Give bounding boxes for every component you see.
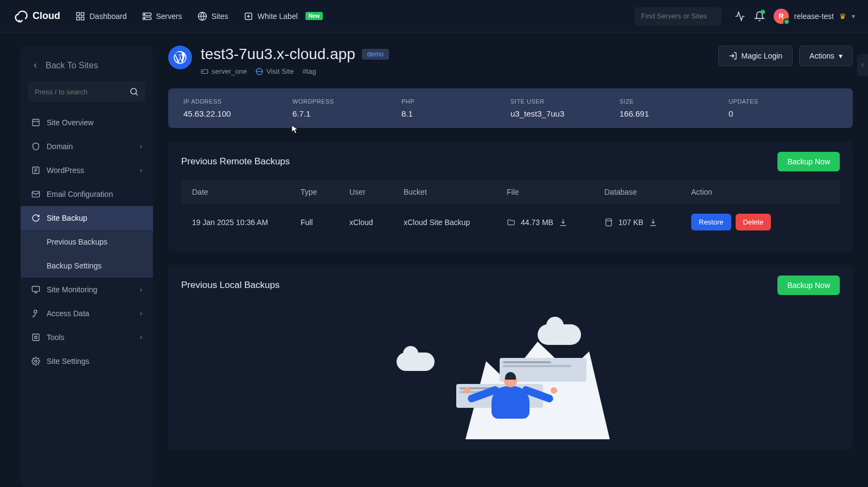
visit-site-link[interactable]: Visit Site — [256, 67, 293, 75]
table-row: 19 Jan 2025 10:36 AM Full xCloud xCloud … — [181, 204, 840, 241]
user-name: release-test — [794, 12, 834, 21]
download-file-icon[interactable] — [559, 218, 567, 227]
stats-bar: IP ADDRESS45.63.22.100 WORDPRESS6.7.1 PH… — [168, 88, 853, 128]
sidebar-item-backup[interactable]: Site Backup — [21, 206, 153, 230]
server-link[interactable]: server_one — [201, 67, 247, 75]
table-header: Date Type User Bucket File Database Acti… — [181, 180, 840, 204]
nav-whitelabel[interactable]: White Label New — [244, 11, 323, 21]
sidebar-item-overview[interactable]: Site Overview — [21, 111, 153, 134]
search-icon — [129, 87, 139, 97]
sidebar-sub-previous-backups[interactable]: Previous Backups — [21, 230, 153, 254]
stat-ip-label: IP ADDRESS — [183, 98, 292, 105]
stat-wp-label: WORDPRESS — [292, 98, 401, 105]
download-db-icon[interactable] — [649, 218, 658, 227]
sidebar-item-settings[interactable]: Site Settings — [21, 349, 153, 373]
database-icon — [604, 218, 613, 227]
svg-point-7 — [144, 18, 145, 19]
cell-user: xCloud — [349, 218, 404, 227]
cell-date: 19 Jan 2025 10:36 AM — [192, 218, 301, 227]
cell-db-size: 107 KB — [618, 218, 643, 227]
svg-point-6 — [144, 14, 145, 15]
sidebar-item-domain[interactable]: Domain › — [21, 134, 153, 158]
main-content: test3-7uu3.x-cloud.app demo server_one V… — [153, 33, 868, 487]
stat-size: 166.691 — [620, 109, 729, 118]
stat-updates-label: UPDATES — [729, 98, 838, 105]
local-backups-title: Previous Local Backups — [181, 280, 279, 291]
sidebar-search[interactable] — [28, 81, 145, 102]
cell-bucket: xCloud Site Backup — [404, 218, 507, 227]
site-header: test3-7uu3.x-cloud.app demo server_one V… — [168, 46, 853, 75]
stat-ip: 45.63.22.100 — [183, 109, 292, 118]
svg-rect-16 — [33, 334, 39, 341]
global-search-input[interactable] — [641, 12, 732, 20]
sidebar: Back To Sites Site Overview Domain › Wor… — [21, 46, 153, 487]
actions-dropdown[interactable]: Actions ▾ — [799, 46, 853, 66]
user-menu[interactable]: R release-test ♛ ▾ — [774, 9, 855, 24]
magic-login-button[interactable]: Magic Login — [718, 46, 793, 66]
nav-servers[interactable]: Servers — [142, 11, 182, 21]
svg-point-17 — [35, 360, 37, 362]
stat-updates: 0 — [729, 109, 838, 118]
remote-backups-panel: Previous Remote Backups Backup Now Date … — [168, 141, 853, 252]
brand-name: Cloud — [33, 10, 60, 22]
svg-rect-0 — [76, 12, 79, 15]
activity-icon[interactable] — [730, 7, 750, 26]
stat-user-label: SITE USER — [510, 98, 620, 105]
sidebar-search-input[interactable] — [35, 88, 129, 96]
sidebar-item-wordpress[interactable]: WordPress › — [21, 158, 153, 182]
sidebar-item-email[interactable]: Email Configuration — [21, 182, 153, 206]
delete-button[interactable]: Delete — [736, 214, 771, 230]
chevron-right-icon: › — [140, 334, 142, 341]
svg-rect-15 — [32, 286, 39, 291]
back-to-sites[interactable]: Back To Sites — [21, 61, 153, 81]
right-panel-toggle[interactable] — [857, 54, 868, 76]
global-search[interactable] — [635, 7, 722, 25]
wordpress-icon — [168, 46, 192, 69]
chevron-right-icon: › — [140, 143, 142, 150]
chevron-right-icon: › — [140, 166, 142, 174]
local-backups-panel: Previous Local Backups Backup Now — [168, 265, 853, 450]
svg-point-11 — [131, 88, 137, 94]
stat-user: u3_test3_7uu3 — [510, 109, 620, 118]
local-backup-now-button[interactable]: Backup Now — [777, 275, 840, 295]
svg-rect-2 — [76, 17, 79, 20]
notifications-icon[interactable] — [750, 7, 769, 26]
empty-illustration — [380, 320, 641, 439]
new-badge: New — [305, 12, 323, 20]
sidebar-sub-backup-settings[interactable]: Backup Settings — [21, 254, 153, 278]
chevron-right-icon: › — [140, 286, 142, 293]
chevron-down-icon: ▾ — [839, 52, 843, 60]
chevron-right-icon: › — [140, 310, 142, 317]
notification-dot — [761, 10, 765, 14]
site-title: test3-7uu3.x-cloud.app — [201, 46, 355, 63]
svg-rect-1 — [81, 12, 84, 15]
sidebar-item-monitoring[interactable]: Site Monitoring › — [21, 278, 153, 302]
remote-backup-now-button[interactable]: Backup Now — [777, 152, 840, 171]
nav-dashboard[interactable]: Dashboard — [75, 11, 127, 21]
svg-point-19 — [203, 71, 203, 72]
sidebar-item-access[interactable]: Access Data › — [21, 302, 153, 325]
brand-logo[interactable]: Cloud — [13, 9, 60, 24]
nav-sites[interactable]: Sites — [197, 11, 228, 21]
chevron-down-icon: ▾ — [852, 12, 855, 20]
stat-php: 8.1 — [401, 109, 510, 118]
svg-point-21 — [606, 219, 612, 221]
svg-rect-3 — [81, 17, 84, 20]
folder-icon — [507, 218, 515, 227]
avatar: R — [774, 9, 789, 24]
svg-rect-18 — [201, 69, 208, 73]
sidebar-item-tools[interactable]: Tools › — [21, 325, 153, 349]
empty-state — [181, 304, 840, 439]
restore-button[interactable]: Restore — [691, 214, 731, 230]
topbar: Cloud Dashboard Servers Sites White Labe… — [0, 0, 868, 33]
svg-rect-12 — [33, 119, 39, 126]
crown-icon: ♛ — [839, 12, 846, 21]
demo-badge: demo — [362, 49, 389, 60]
topnav: Dashboard Servers Sites White Label New — [75, 11, 635, 21]
stat-wp: 6.7.1 — [292, 109, 401, 118]
stat-size-label: SIZE — [620, 98, 729, 105]
stat-php-label: PHP — [401, 98, 510, 105]
tag-label[interactable]: #tag — [302, 67, 316, 75]
remote-backups-title: Previous Remote Backups — [181, 156, 290, 167]
cell-type: Full — [301, 218, 349, 227]
